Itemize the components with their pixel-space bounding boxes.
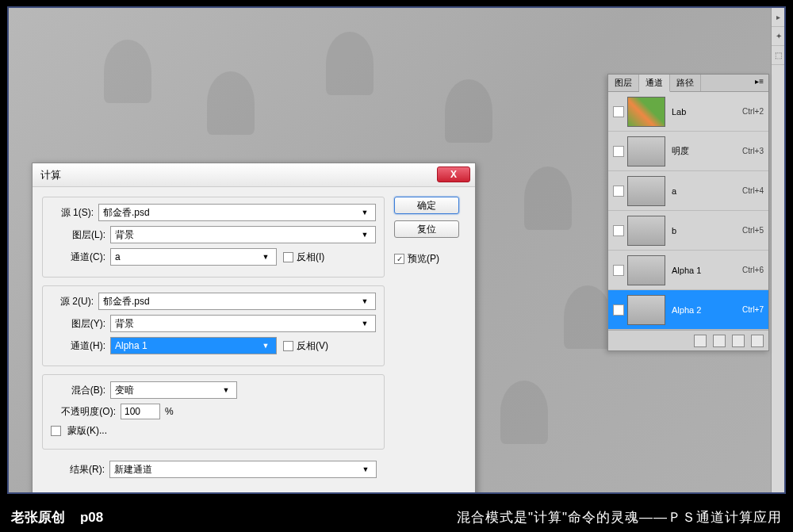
percent-label: % bbox=[165, 406, 174, 417]
channel-name: Lab bbox=[672, 107, 742, 117]
mask-checkbox[interactable] bbox=[51, 426, 61, 436]
canvas-frame: ▸ ✦ ⬚ 计算 X 源 1(S): 郁金香.psd▼ 图层(L bbox=[7, 6, 786, 494]
footer-page: p08 bbox=[80, 510, 103, 525]
visibility-icon[interactable] bbox=[613, 146, 624, 157]
channel-list: LabCtrl+2明度Ctrl+3aCtrl+4bCtrl+5Alpha 1Ct… bbox=[608, 92, 768, 330]
channel-name: 明度 bbox=[672, 145, 742, 157]
channel-row[interactable]: bCtrl+5 bbox=[608, 211, 768, 251]
channel-row[interactable]: aCtrl+4 bbox=[608, 171, 768, 211]
close-button[interactable]: X bbox=[437, 166, 470, 182]
new-channel-icon[interactable] bbox=[732, 335, 745, 347]
preview-checkbox[interactable] bbox=[394, 254, 404, 264]
visibility-icon[interactable]: 👁 bbox=[613, 304, 624, 316]
channel-name: b bbox=[672, 226, 742, 235]
blend-group: 混合(B): 变暗▼ 不透明度(O): % 蒙版(K)... bbox=[42, 374, 385, 450]
source2-invert-label: 反相(V) bbox=[297, 339, 328, 353]
tab-channels[interactable]: 通道 bbox=[639, 75, 670, 92]
source2-invert-checkbox[interactable] bbox=[283, 341, 293, 351]
visibility-icon[interactable] bbox=[613, 186, 624, 197]
channel-name: Alpha 1 bbox=[672, 266, 742, 275]
footer-author: 老张原创 bbox=[11, 510, 65, 525]
source1-channel-label: 通道(C): bbox=[51, 251, 110, 264]
channel-shortcut: Ctrl+7 bbox=[742, 305, 764, 314]
source1-channel-combo[interactable]: a▼ bbox=[110, 248, 277, 266]
source2-layer-combo[interactable]: 背景▼ bbox=[110, 315, 376, 332]
save-selection-icon[interactable] bbox=[713, 335, 726, 347]
source2-channel-label: 通道(H): bbox=[51, 339, 110, 353]
footer-caption: 混合模式是"计算"命令的灵魂——ＰＳ通道计算应用 bbox=[457, 508, 782, 526]
chevron-down-icon: ▼ bbox=[358, 320, 371, 327]
channel-thumbnail bbox=[627, 216, 665, 246]
source1-layer-combo[interactable]: 背景▼ bbox=[110, 226, 376, 243]
source2-layer-label: 图层(Y): bbox=[51, 317, 110, 331]
source2-channel-combo[interactable]: Alpha 1▼ bbox=[110, 337, 277, 354]
dialog-title: 计算 bbox=[40, 168, 61, 182]
source1-file-combo[interactable]: 郁金香.psd▼ bbox=[98, 204, 376, 221]
chevron-down-icon: ▼ bbox=[358, 209, 371, 216]
opacity-input[interactable] bbox=[121, 404, 160, 419]
mask-label: 蒙版(K)... bbox=[67, 424, 107, 438]
channel-thumbnail bbox=[627, 295, 665, 325]
ok-button[interactable]: 确定 bbox=[394, 197, 459, 214]
tool-icon[interactable]: ✦ bbox=[772, 27, 785, 46]
tab-paths[interactable]: 路径 bbox=[670, 75, 701, 91]
panel-menu-icon[interactable]: ▸≡ bbox=[750, 75, 768, 91]
channels-panel: 图层 通道 路径 ▸≡ LabCtrl+2明度Ctrl+3aCtrl+4bCtr… bbox=[607, 74, 769, 351]
channel-shortcut: Ctrl+3 bbox=[742, 147, 764, 155]
channel-row[interactable]: 👁Alpha 2Ctrl+7 bbox=[608, 290, 768, 330]
result-row: 结果(R): 新建通道▼ bbox=[42, 457, 385, 481]
channel-row[interactable]: LabCtrl+2 bbox=[608, 92, 768, 132]
page-footer: 老张原创 p08 混合模式是"计算"命令的灵魂——ＰＳ通道计算应用 bbox=[0, 502, 793, 532]
result-combo[interactable]: 新建通道▼ bbox=[109, 461, 377, 478]
channel-row[interactable]: Alpha 1Ctrl+6 bbox=[608, 251, 768, 290]
channel-row[interactable]: 明度Ctrl+3 bbox=[608, 132, 768, 171]
channel-name: a bbox=[672, 186, 742, 196]
source2-group: 源 2(U): 郁金香.psd▼ 图层(Y): 背景▼ 通道(H): bbox=[42, 285, 385, 366]
channel-thumbnail bbox=[627, 176, 665, 206]
visibility-icon[interactable] bbox=[613, 265, 624, 276]
calculations-dialog: 计算 X 源 1(S): 郁金香.psd▼ 图层(L): 背景▼ bbox=[32, 163, 476, 494]
tool-icon[interactable]: ▸ bbox=[772, 8, 785, 27]
result-label: 结果(R): bbox=[50, 463, 109, 477]
source2-label: 源 2(U): bbox=[51, 295, 98, 308]
channel-name: Alpha 2 bbox=[672, 305, 742, 315]
visibility-icon[interactable] bbox=[613, 225, 624, 236]
channel-shortcut: Ctrl+2 bbox=[742, 107, 764, 116]
channel-thumbnail bbox=[627, 136, 665, 166]
preview-label: 预览(P) bbox=[408, 252, 439, 266]
blend-mode-combo[interactable]: 变暗▼ bbox=[110, 381, 237, 399]
reset-button[interactable]: 复位 bbox=[394, 220, 459, 238]
channel-shortcut: Ctrl+6 bbox=[742, 266, 764, 274]
source1-layer-label: 图层(L): bbox=[51, 228, 110, 242]
channel-shortcut: Ctrl+5 bbox=[742, 226, 764, 235]
visibility-icon[interactable] bbox=[613, 106, 624, 117]
load-selection-icon[interactable] bbox=[694, 335, 707, 347]
right-toolstrip: ▸ ✦ ⬚ bbox=[771, 8, 784, 494]
source1-label: 源 1(S): bbox=[51, 206, 98, 220]
opacity-label: 不透明度(O): bbox=[51, 405, 121, 419]
channel-thumbnail bbox=[627, 97, 665, 127]
tool-icon[interactable]: ⬚ bbox=[772, 46, 785, 65]
chevron-down-icon: ▼ bbox=[358, 297, 371, 305]
channel-thumbnail bbox=[627, 255, 665, 285]
chevron-down-icon: ▼ bbox=[358, 231, 371, 239]
tab-layers[interactable]: 图层 bbox=[608, 75, 639, 91]
source2-file-combo[interactable]: 郁金香.psd▼ bbox=[98, 293, 376, 310]
dialog-titlebar[interactable]: 计算 X bbox=[33, 163, 475, 187]
chevron-down-icon: ▼ bbox=[359, 465, 372, 473]
delete-channel-icon[interactable] bbox=[751, 335, 764, 347]
blend-label: 混合(B): bbox=[51, 384, 110, 397]
source1-invert-checkbox[interactable] bbox=[283, 252, 293, 262]
chevron-down-icon: ▼ bbox=[220, 386, 232, 394]
source1-group: 源 1(S): 郁金香.psd▼ 图层(L): 背景▼ 通道(C): bbox=[42, 197, 385, 277]
chevron-down-icon: ▼ bbox=[259, 342, 272, 350]
chevron-down-icon: ▼ bbox=[259, 253, 272, 261]
channel-shortcut: Ctrl+4 bbox=[742, 186, 764, 195]
source1-invert-label: 反相(I) bbox=[297, 251, 324, 264]
